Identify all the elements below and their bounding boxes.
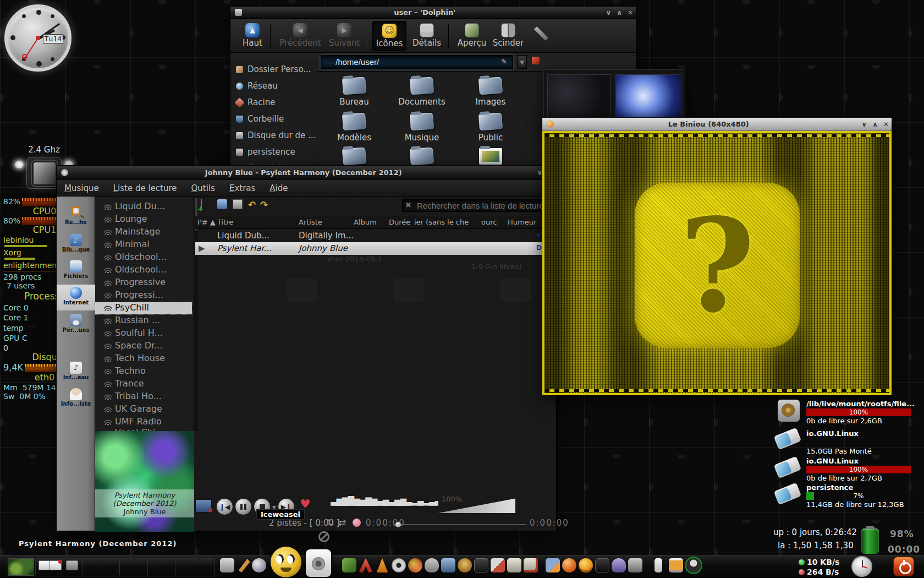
player-titlebar[interactable]: Johnny Blue - Psylent Harmony (December … <box>57 166 556 180</box>
open-playlist-icon[interactable] <box>217 199 227 209</box>
thumbnail-dark[interactable] <box>547 74 611 119</box>
minimized-window-icon[interactable] <box>50 560 62 570</box>
station-item[interactable]: Trance <box>95 378 192 390</box>
up-button[interactable]: Haut <box>238 23 267 48</box>
harddisk-icon[interactable] <box>778 400 800 422</box>
film-reel-icon[interactable] <box>392 558 406 572</box>
folder-icon[interactable] <box>389 148 455 165</box>
minimized-window-icon[interactable] <box>66 560 78 570</box>
opera-sphere-icon[interactable] <box>562 558 576 572</box>
place-persistence[interactable]: persistence <box>236 147 295 157</box>
terminal-icon[interactable] <box>474 558 488 572</box>
column-source[interactable]: ourc <box>481 218 504 226</box>
station-item[interactable]: UK Garage <box>95 403 192 416</box>
station-item[interactable]: Oldschool... <box>95 252 192 264</box>
column-artiste[interactable]: Artiste <box>299 218 357 226</box>
menu-outils[interactable]: Outils <box>191 183 215 193</box>
menu-extras[interactable]: Extras <box>229 183 255 193</box>
close-icon[interactable]: ✕ <box>881 121 892 128</box>
station-item[interactable]: Vocal Chi... <box>95 427 192 431</box>
maximize-icon[interactable]: ∧ <box>870 121 881 128</box>
place-trash[interactable]: Corbeille <box>236 114 284 124</box>
station-item[interactable]: Russian ... <box>95 315 192 327</box>
folder-label[interactable]: Musique <box>389 133 455 143</box>
forward-button[interactable]: Suivant <box>325 23 364 48</box>
menu-musique[interactable]: Musique <box>64 183 99 193</box>
floppy-save-icon[interactable] <box>546 558 560 572</box>
save-playlist-icon[interactable] <box>233 199 243 209</box>
folder-label[interactable]: Documents <box>389 97 455 107</box>
folder-icon[interactable] <box>321 113 387 130</box>
station-item-selected[interactable]: PsyChill <box>95 302 192 314</box>
station-item[interactable]: UMF Radio <box>95 416 192 428</box>
tab-recherche[interactable]: Re...he <box>57 204 95 230</box>
clear-search-icon[interactable]: ✖ <box>405 201 411 209</box>
ban-button[interactable] <box>318 531 329 542</box>
place-network[interactable]: Réseau <box>236 81 278 91</box>
usb-drive-icon[interactable] <box>774 428 802 450</box>
clear-path-icon[interactable]: ✎ <box>501 57 507 66</box>
preview-button[interactable]: Aperçu <box>455 23 489 48</box>
printer-icon[interactable] <box>507 558 521 572</box>
folder-icon[interactable] <box>458 78 524 94</box>
dolphin-titlebar[interactable]: user – 'Dolphin' ∨ ∧ ✕ <box>230 7 636 19</box>
pause-button[interactable] <box>235 498 252 515</box>
minimized-window-icon[interactable] <box>38 560 51 570</box>
folder-icon[interactable] <box>458 113 524 130</box>
path-input[interactable] <box>321 55 513 69</box>
column-album[interactable]: Album <box>354 218 387 226</box>
folder-label[interactable]: Images <box>458 97 524 107</box>
new-playlist-icon[interactable] <box>201 199 202 210</box>
station-item[interactable]: Oldschool... <box>95 264 192 276</box>
folder-icon[interactable] <box>321 78 387 94</box>
display-icon[interactable] <box>669 558 683 572</box>
station-item[interactable]: Liquid Du... <box>95 201 192 213</box>
palette-icon[interactable] <box>342 558 356 572</box>
tab-peripheriques[interactable]: Pér...ues <box>57 312 95 338</box>
heart-smiley-icon[interactable] <box>579 558 593 572</box>
drive-app-icon[interactable] <box>628 558 642 572</box>
column-titre[interactable]: Titre <box>217 218 288 226</box>
printer-alt-icon[interactable] <box>524 558 538 572</box>
folder-label[interactable]: Bureau <box>321 97 387 107</box>
close-icon[interactable]: ✕ <box>625 9 636 17</box>
menu-aide[interactable]: Aide <box>270 183 288 193</box>
details-view-button[interactable]: Détails <box>410 23 444 48</box>
firefox-icon[interactable] <box>408 558 422 572</box>
path-dropdown-button[interactable]: ▼ <box>517 55 527 69</box>
lion-mascot-icon[interactable] <box>458 558 472 572</box>
menu-liste-de-lecture[interactable]: Liste de lecture <box>113 183 177 193</box>
hide-window-button[interactable]: ✖ <box>195 499 212 512</box>
folder-icon[interactable] <box>321 148 387 165</box>
folder-label[interactable]: Public <box>458 133 524 143</box>
place-harddisk[interactable]: Disque dur de ... <box>236 130 316 140</box>
usb-drive-icon[interactable] <box>774 456 802 479</box>
speaker-app-icon[interactable] <box>306 549 331 577</box>
column-fichier[interactable]: ier (sans le che <box>414 218 478 226</box>
repeat-icon[interactable]: ↻ <box>326 517 334 528</box>
playlist-row-current[interactable]: ▶ Psylent Har... Johnny Blue DI <box>195 242 556 255</box>
station-item[interactable]: Space Dr... <box>95 340 192 352</box>
minimize-icon[interactable]: ∨ <box>603 9 614 17</box>
station-item[interactable]: Progressi... <box>95 290 192 302</box>
folder-label[interactable]: Modèles <box>321 133 387 143</box>
smiley-app-icon[interactable] <box>271 547 301 577</box>
split-button[interactable]: Scinder <box>491 23 525 48</box>
terminal-alt-icon[interactable] <box>595 558 609 572</box>
folder-icon[interactable] <box>389 113 455 130</box>
archive-manager-icon[interactable] <box>220 558 234 572</box>
playlist-row[interactable]: Liquid Dub... Digitally Im... » <box>195 230 556 242</box>
desktop-pager[interactable] <box>8 558 34 576</box>
station-item[interactable]: Soulful H... <box>95 328 192 340</box>
tab-info-morceau[interactable]: Inf...eau <box>57 359 95 385</box>
station-item[interactable]: Progressive <box>95 277 192 289</box>
seek-slider[interactable] <box>394 524 526 525</box>
purple-app-icon[interactable] <box>612 558 626 572</box>
redo-icon[interactable]: ↷ <box>260 199 270 209</box>
undo-icon[interactable]: ↶ <box>248 199 258 209</box>
scrobble-icon[interactable] <box>353 519 361 527</box>
tab-fichiers[interactable]: Fichiers <box>57 258 95 284</box>
previous-button[interactable]: ❙◀ <box>216 498 233 515</box>
station-item[interactable]: Tech House <box>95 353 192 365</box>
place-root[interactable]: Racine <box>236 97 275 107</box>
